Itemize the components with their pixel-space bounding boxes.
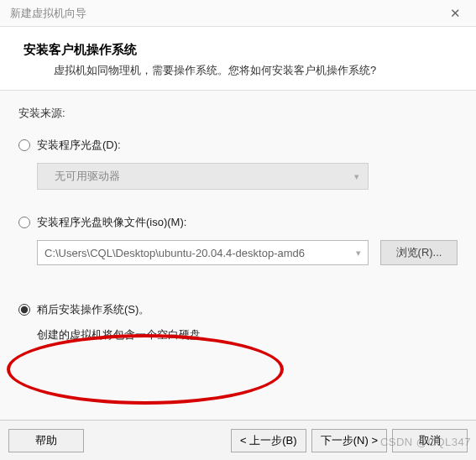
next-button[interactable]: 下一步(N) > bbox=[311, 429, 387, 452]
wizard-header: 安装客户机操作系统 虚拟机如同物理机，需要操作系统。您将如何安装客户机操作系统? bbox=[0, 27, 476, 91]
browse-button[interactable]: 浏览(R)... bbox=[380, 240, 458, 265]
window-title: 新建虚拟机向导 bbox=[10, 6, 86, 21]
disc-dropdown-value: 无可用驱动器 bbox=[55, 169, 120, 184]
option-later[interactable]: 稍后安装操作系统(S)。 bbox=[18, 302, 458, 317]
radio-later[interactable] bbox=[18, 304, 30, 316]
radio-iso[interactable] bbox=[18, 217, 30, 228]
source-label: 安装来源: bbox=[18, 106, 458, 121]
page-subtitle: 虚拟机如同物理机，需要操作系统。您将如何安装客户机操作系统? bbox=[24, 63, 452, 78]
option-disc[interactable]: 安装程序光盘(D): bbox=[18, 138, 458, 153]
iso-path-value: C:\Users\CQL\Desktop\ubuntu-20.04.4-desk… bbox=[44, 247, 305, 259]
option-later-description: 创建的虚拟机将包含一个空白硬盘。 bbox=[37, 327, 458, 342]
disc-dropdown: 无可用驱动器 ▾ bbox=[37, 163, 369, 190]
option-disc-label: 安装程序光盘(D): bbox=[37, 138, 121, 153]
chevron-down-icon: ▾ bbox=[356, 248, 361, 259]
back-button[interactable]: < 上一步(B) bbox=[231, 429, 306, 452]
chevron-down-icon: ▾ bbox=[354, 171, 359, 182]
iso-path-input[interactable]: C:\Users\CQL\Desktop\ubuntu-20.04.4-desk… bbox=[37, 240, 369, 265]
radio-disc[interactable] bbox=[18, 139, 30, 151]
titlebar: 新建虚拟机向导 ✕ bbox=[0, 0, 476, 27]
option-later-label: 稍后安装操作系统(S)。 bbox=[37, 302, 149, 317]
help-button[interactable]: 帮助 bbox=[8, 429, 84, 452]
page-title: 安装客户机操作系统 bbox=[24, 42, 452, 58]
option-iso[interactable]: 安装程序光盘映像文件(iso)(M): bbox=[18, 215, 458, 230]
wizard-content: 安装来源: 安装程序光盘(D): 无可用驱动器 ▾ 安装程序光盘映像文件(iso… bbox=[0, 91, 476, 351]
option-iso-label: 安装程序光盘映像文件(iso)(M): bbox=[37, 215, 186, 230]
footer-bar: 帮助 < 上一步(B) 下一步(N) > 取消 bbox=[0, 420, 476, 460]
cancel-button[interactable]: 取消 bbox=[392, 429, 468, 452]
close-icon[interactable]: ✕ bbox=[445, 4, 466, 23]
